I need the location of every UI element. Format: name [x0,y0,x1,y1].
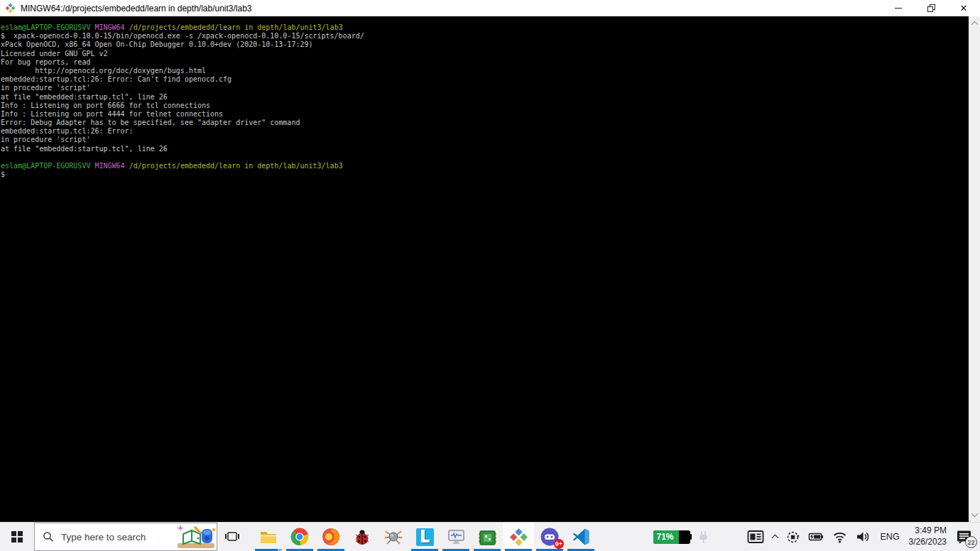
terminal-output[interactable]: eslam@LAPTOP-EGORUSVV MINGW64 /d/project… [0,16,969,522]
terminal-line: in procedure 'script' [1,84,969,92]
close-icon: ✕ [960,4,968,13]
terminal-window: eslam@LAPTOP-EGORUSVV MINGW64 /d/project… [0,16,980,522]
show-hidden-icons-button[interactable] [768,523,782,551]
window-titlebar[interactable]: MINGW64:/d/projects/embededd/learn in de… [0,0,980,16]
chrome-icon [290,528,309,546]
terminal-line: Info : Listening on port 6666 for tcl co… [1,102,969,110]
terminal-line: http://openocd.org/doc/doxygen/bugs.html [1,67,969,75]
taskbar-app-saleae-logic[interactable] [409,523,440,551]
terminal-line: embedded:startup.tcl:26: Error: Can't fi… [1,75,969,84]
terminal-line: embedded:startup.tcl:26: Error: [1,127,969,136]
windows-logo-icon [11,531,23,542]
terminal-line [1,153,969,162]
search-placeholder: Type here to search [61,532,146,542]
terminal-line: xPack OpenOCD, x86_64 Open On-Chip Debug… [1,40,969,49]
clock[interactable]: 3:49 PM 3/26/2023 [905,525,952,547]
power-plug-indicator[interactable] [694,523,713,551]
start-button[interactable] [0,523,34,551]
file-explorer-icon [259,528,278,546]
news-icon [747,529,764,545]
window-title: MINGW64:/d/projects/embededd/learn in de… [21,4,252,13]
restore-icon [927,4,935,12]
taskbar-app-chrome[interactable] [284,523,315,551]
plug-icon [698,530,709,544]
news-and-interests-button[interactable] [743,523,768,551]
taskbar: Type here to search [0,522,980,551]
system-tray: 71% [653,523,980,551]
minimize-button[interactable] [882,0,915,16]
close-button[interactable]: ✕ [947,0,980,16]
taskbar-app-xbox-game-bar[interactable]: 9+ [534,523,565,551]
search-icon [43,531,54,542]
desktop-screen: MINGW64:/d/projects/embededd/learn in de… [0,0,980,551]
atom-spider-icon [384,528,403,546]
restore-button[interactable] [915,0,947,16]
clock-date: 3/26/2023 [909,537,947,548]
minimize-icon [895,8,902,9]
task-view-icon [224,529,240,545]
taskbar-app-file-explorer[interactable] [253,523,284,551]
taskbar-app-simulator-tool[interactable] [378,523,409,551]
taskbar-app-git-bash-mingw64[interactable] [503,523,534,551]
scrollbar-down-icon[interactable] [971,511,978,518]
terminal-line: Licensed under GNU GPL v2 [1,50,969,58]
notification-count-badge: 22 [965,536,977,548]
scrollbar-up-icon[interactable] [971,21,978,28]
firefox-icon [322,528,340,546]
terminal-line: eslam@LAPTOP-EGORUSVV MINGW64 /d/project… [1,162,969,170]
pinned-apps: 9+ [253,523,597,551]
clock-time: 3:49 PM [909,525,947,537]
terminal-line: at file "embedded:startup.tcl", line 26 [1,93,969,102]
logic-l-icon [415,528,435,547]
battery-status-button[interactable] [804,523,828,551]
vscode-icon [572,528,590,546]
battery-meter-nub [690,534,692,540]
battery-meter-widget[interactable]: 71% [653,530,690,544]
terminal-line: $ [1,170,969,179]
chevron-up-icon [771,534,778,541]
terminal-line: $ xpack-openocd-0.10.0-15/bin/openocd.ex… [1,32,969,40]
mingw64-icon [509,528,528,547]
task-view-button[interactable] [217,523,247,551]
language-label: ENG [881,532,900,542]
tray-update-app[interactable] [782,523,804,551]
speaker-icon [856,530,871,543]
action-center-button[interactable]: 22 [952,523,980,551]
update-circle-icon [786,530,800,544]
battery-icon [808,530,824,544]
terminal-line: eslam@LAPTOP-EGORUSVV MINGW64 /d/project… [1,23,969,32]
taskbar-app-firefox[interactable] [315,523,347,551]
terminal-line: at file "embedded:startup.tcl", line 26 [1,145,969,153]
search-input[interactable]: Type here to search [34,523,217,551]
search-highlight-illustration-icon[interactable] [162,523,216,550]
monitor-waveform-icon [447,528,466,547]
terminal-line: Info : Listening on port 4444 for telnet… [1,110,969,119]
terminal-line: Error: Debug Adapter has to be specified… [1,119,969,127]
green-chip-icon [478,528,497,547]
game-bar-badge: 9+ [554,539,564,549]
mingw64-window-icon [5,3,16,13]
volume-button[interactable] [851,523,875,551]
taskbar-app-ladybug-tool[interactable] [347,523,378,551]
window-controls: ✕ [882,0,980,16]
wifi-icon [832,530,847,543]
taskbar-app-vscode[interactable] [565,523,597,551]
ladybug-icon [353,528,371,546]
wifi-button[interactable] [828,523,851,551]
taskbar-app-chip-programmer[interactable] [472,523,503,551]
terminal-line: in procedure 'script' [1,136,969,144]
terminal-line: For bug reports, read [1,58,969,67]
taskbar-app-oscilloscope-tool[interactable] [440,523,472,551]
language-indicator[interactable]: ENG [875,532,905,542]
terminal-scrollbar[interactable] [969,16,980,522]
battery-meter-label: 71% [653,532,674,542]
